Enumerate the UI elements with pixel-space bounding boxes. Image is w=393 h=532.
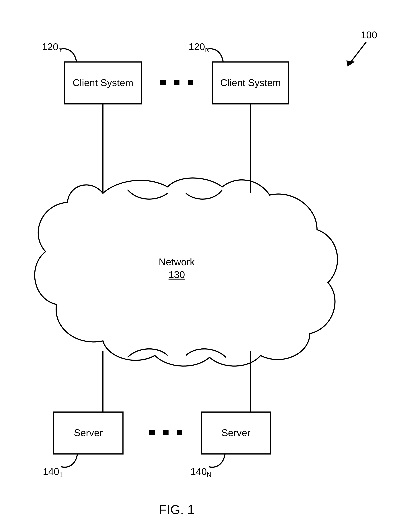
figure-caption: FIG. 1 xyxy=(159,503,194,517)
svg-rect-6 xyxy=(163,430,168,435)
figure-ref-arrow xyxy=(347,42,366,66)
svg-rect-5 xyxy=(149,430,155,435)
client-right-label: Client System xyxy=(220,77,281,88)
ref-hook-140-1 xyxy=(61,454,77,467)
svg-rect-7 xyxy=(177,430,182,435)
network-ref: 130 xyxy=(168,269,185,280)
ref-120-1: 1201 xyxy=(42,41,62,54)
ref-140-1: 1401 xyxy=(43,466,63,479)
server-right-label: Server xyxy=(221,427,250,438)
cloud-bot-arc-left xyxy=(128,349,168,357)
ref-140-n: 140N xyxy=(190,466,211,479)
server-left-label: Server xyxy=(74,427,103,438)
cloud-bot-arc-right xyxy=(186,349,226,357)
cloud-shape xyxy=(35,178,337,366)
ellipsis-icon-bottom xyxy=(149,430,182,435)
ref-hook-140-n xyxy=(209,454,225,467)
ref-hook-120-1 xyxy=(60,49,77,62)
svg-rect-2 xyxy=(160,80,166,85)
svg-rect-4 xyxy=(188,80,193,85)
cloud-top-arc-left xyxy=(128,190,168,199)
ellipsis-icon-top xyxy=(160,80,193,85)
svg-marker-1 xyxy=(347,61,354,66)
network-label: Network xyxy=(159,256,195,267)
cloud-top-arc-right xyxy=(186,190,222,199)
ref-120-n: 120N xyxy=(189,41,210,54)
client-left-label: Client System xyxy=(73,77,133,88)
svg-rect-3 xyxy=(174,80,179,85)
figure-number: 100 xyxy=(361,29,377,40)
